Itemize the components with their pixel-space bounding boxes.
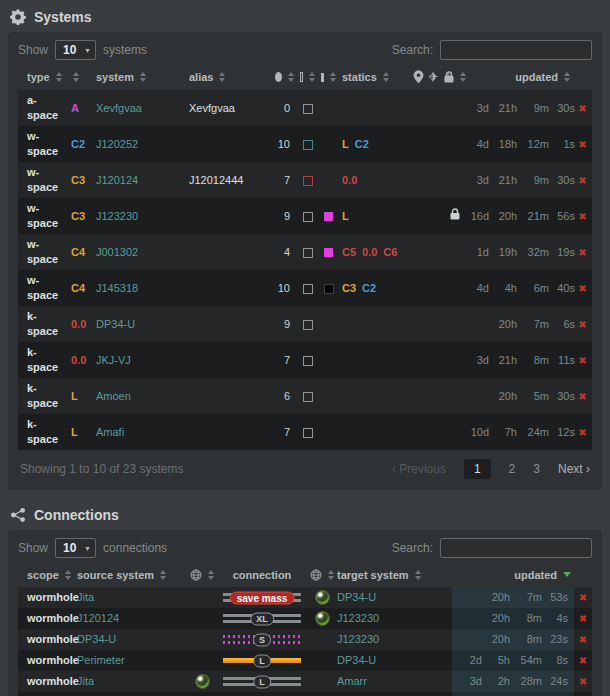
- sort-icon: [309, 72, 315, 82]
- col-header-target-system[interactable]: target system: [334, 564, 452, 587]
- target-system-cell: J123230: [334, 608, 452, 629]
- system-link[interactable]: J001302: [96, 246, 138, 258]
- status-square-cell: [297, 126, 318, 162]
- col-header-statics[interactable]: statics: [339, 66, 417, 90]
- col-header-square-outline-icon[interactable]: [297, 66, 318, 90]
- connection-row: wormholePerimeterLDP34-U2d5h54m8s✖: [18, 650, 592, 671]
- delete-button[interactable]: ✖: [578, 247, 586, 258]
- col-header-scope[interactable]: scope: [18, 564, 74, 587]
- lock-cell: [447, 378, 462, 414]
- systems-page-3[interactable]: 3: [533, 462, 540, 476]
- system-link[interactable]: Amoen: [96, 390, 131, 402]
- delete-button[interactable]: ✖: [579, 676, 587, 687]
- delete-button[interactable]: ✖: [579, 592, 587, 603]
- delete-cell: ✖: [573, 414, 592, 450]
- col-header-source-system[interactable]: source system: [74, 564, 190, 587]
- statics-cell: [339, 414, 417, 450]
- col-header-circle-icon[interactable]: [272, 66, 297, 90]
- delete-button[interactable]: ✖: [579, 613, 587, 624]
- system-link[interactable]: J123230: [96, 210, 138, 222]
- system-row: k-space0.0JKJ-VJ73d21h8m11s✖: [18, 342, 592, 378]
- delete-button[interactable]: ✖: [579, 634, 587, 645]
- col-header-lock-icon[interactable]: [447, 66, 462, 90]
- delete-cell: ✖: [574, 629, 592, 650]
- systems-previous-button[interactable]: ‹ Previous: [392, 462, 446, 476]
- systems-page-size-select[interactable]: 10: [55, 40, 96, 60]
- col-header-square-filled-icon[interactable]: [318, 66, 339, 90]
- system-link[interactable]: JKJ-VJ: [96, 354, 131, 366]
- connection-bar: L: [223, 675, 301, 688]
- connections-length-control: Show 10 ▼ connections: [18, 538, 167, 558]
- map-marker-icon: [413, 70, 424, 84]
- plane-cell: [432, 342, 447, 378]
- delete-button[interactable]: ✖: [578, 427, 586, 438]
- target-system-cell: J123230: [334, 629, 452, 650]
- col-header-alias[interactable]: alias: [186, 66, 272, 90]
- system-link[interactable]: DP34-U: [96, 318, 135, 330]
- system-link[interactable]: J120124: [96, 174, 138, 186]
- connections-section-header: Connections: [0, 490, 610, 530]
- connections-header-row: scopesource systemconnectiontarget syste…: [18, 564, 592, 587]
- systems-page-1[interactable]: 1: [464, 459, 491, 479]
- filled-square-cell: [318, 234, 339, 270]
- delete-cell: ✖: [573, 234, 592, 270]
- system-link[interactable]: J145318: [96, 282, 138, 294]
- delete-button[interactable]: ✖: [578, 355, 586, 366]
- connections-table: scopesource systemconnectiontarget syste…: [18, 564, 592, 696]
- delete-button[interactable]: ✖: [578, 211, 586, 222]
- plane-cell: [432, 126, 447, 162]
- target-system-link[interactable]: DP34-U: [337, 654, 376, 666]
- pin-cell: [417, 198, 432, 234]
- connections-search-input[interactable]: [440, 538, 592, 558]
- col-header-blank-1[interactable]: [68, 66, 93, 90]
- delete-cell: ✖: [573, 90, 592, 126]
- wormhole-orb-icon: [196, 675, 209, 688]
- source-globe-cell: [190, 650, 214, 671]
- sort-icon: [140, 72, 146, 82]
- connections-controls: Show 10 ▼ connections Search:: [18, 538, 592, 558]
- scope-cell: wormhole: [18, 629, 74, 650]
- square-filled-icon: [324, 284, 334, 294]
- delete-button[interactable]: ✖: [578, 319, 586, 330]
- delete-button[interactable]: ✖: [579, 655, 587, 666]
- updated-cell: 3d21h9m30s: [462, 90, 573, 126]
- updated-cell: 10d7h24m12s: [462, 414, 573, 450]
- col-header-type[interactable]: type: [18, 66, 68, 90]
- systems-page-2[interactable]: 2: [509, 462, 516, 476]
- source-system-link[interactable]: J120124: [77, 612, 119, 624]
- systems-search-input[interactable]: [440, 40, 592, 60]
- target-system-link[interactable]: J123230: [337, 633, 379, 645]
- delete-button[interactable]: ✖: [578, 175, 586, 186]
- delete-button[interactable]: ✖: [578, 139, 586, 150]
- sort-icon: [564, 72, 570, 82]
- delete-button[interactable]: ✖: [578, 283, 586, 294]
- col-header-updated[interactable]: updated: [462, 66, 573, 90]
- type-cell: w-space: [18, 162, 68, 198]
- col-header-globe-icon[interactable]: [310, 564, 334, 587]
- delete-cell: ✖: [573, 306, 592, 342]
- col-header-system[interactable]: system: [93, 66, 186, 90]
- source-system-link[interactable]: Perimeter: [77, 654, 125, 666]
- delete-button[interactable]: ✖: [578, 103, 586, 114]
- connections-page-size-select[interactable]: 10: [55, 538, 96, 558]
- system-link[interactable]: Amafi: [96, 426, 124, 438]
- type-cell: k-space: [18, 342, 68, 378]
- square-outline-icon: [303, 356, 313, 366]
- system-cell: DP34-U: [93, 306, 186, 342]
- target-system-link[interactable]: J123230: [337, 612, 379, 624]
- source-system-link[interactable]: Jita: [77, 591, 94, 603]
- source-system-link[interactable]: DP34-U: [77, 633, 116, 645]
- filled-square-cell: [318, 90, 339, 126]
- source-system-link[interactable]: Jita: [77, 675, 94, 687]
- scope-cell: wormhole: [18, 692, 74, 696]
- systems-next-button[interactable]: Next ›: [558, 462, 590, 476]
- target-system-link[interactable]: DP34-U: [337, 591, 376, 603]
- col-header-globe-icon[interactable]: [190, 564, 214, 587]
- delete-button[interactable]: ✖: [578, 391, 586, 402]
- system-link[interactable]: J120252: [96, 138, 138, 150]
- connections-unit-label: connections: [103, 541, 167, 555]
- target-system-link[interactable]: Amarr: [337, 675, 367, 687]
- col-header-updated[interactable]: updated: [452, 564, 574, 587]
- system-link[interactable]: Xevfgvaa: [96, 102, 142, 114]
- sort-icon: [219, 72, 225, 82]
